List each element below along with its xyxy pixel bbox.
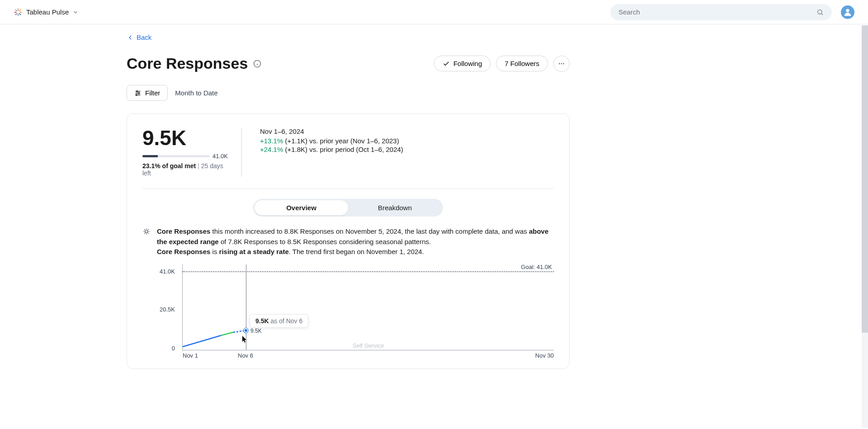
delta-vs-prior-period: +24.1% (+1.8K) vs. prior period (Oct 1–6…: [260, 146, 554, 153]
current-datapoint[interactable]: [244, 328, 248, 333]
info-icon[interactable]: [253, 60, 261, 68]
back-label: Back: [137, 33, 151, 41]
back-link[interactable]: Back: [127, 33, 151, 41]
x-tick: Nov 6: [238, 352, 253, 359]
title-actions: Following 7 Followers: [434, 56, 570, 72]
progress-fill: [142, 155, 158, 157]
header-left: Tableau Pulse: [14, 8, 79, 17]
followers-label: 7 Followers: [505, 60, 539, 67]
svg-point-22: [136, 94, 137, 95]
following-label: Following: [453, 60, 482, 67]
insight-text: Core Responses this month increased to 8…: [157, 226, 554, 257]
following-button[interactable]: Following: [434, 56, 491, 71]
brand-name[interactable]: Tableau Pulse: [26, 8, 69, 16]
progress-row: 41.0K: [142, 153, 228, 160]
delta2-rest: (+1.8K) vs. prior period (Oct 1–6, 2024): [283, 146, 403, 153]
followers-button[interactable]: 7 Followers: [496, 56, 548, 71]
filter-row: Filter Month to Date: [127, 85, 705, 101]
svg-point-8: [818, 9, 822, 14]
progress-total: 41.0K: [212, 153, 228, 160]
filter-icon: [134, 90, 142, 97]
page-title: Core Responses: [127, 55, 248, 72]
x-tick: Nov 1: [183, 352, 198, 359]
chevron-left-icon: [127, 34, 134, 41]
x-tick: Nov 30: [535, 352, 554, 359]
svg-line-30: [144, 233, 145, 234]
svg-line-5: [19, 13, 21, 14]
svg-line-32: [183, 335, 221, 347]
scrollbar-thumb[interactable]: [862, 25, 868, 333]
search-input[interactable]: [618, 8, 816, 16]
self-service-label: Self Service: [353, 342, 384, 349]
svg-line-31: [148, 229, 149, 230]
goal-met: 23.1% of goal met: [142, 162, 196, 170]
search-icon[interactable]: [816, 9, 824, 16]
avatar[interactable]: [841, 5, 854, 19]
svg-point-16: [563, 63, 564, 64]
app-header: Tableau Pulse: [0, 0, 868, 24]
metric-value: 9.5K: [142, 127, 228, 148]
delta2-pct: +24.1%: [260, 146, 283, 153]
delta1-pct: +13.1%: [260, 137, 283, 145]
tableau-pulse-logo: [14, 8, 23, 17]
svg-line-4: [15, 9, 17, 11]
delta1-rest: (+1.1K) vs. prior year (Nov 1–6, 2023): [283, 137, 399, 145]
title-left: Core Responses: [127, 55, 261, 72]
summary-section: 9.5K 41.0K 23.1% of goal met | 25 days l…: [142, 127, 554, 189]
tabs-wrap: Overview Breakdown: [142, 199, 554, 217]
summary-right: Nov 1–6, 2024 +13.1% (+1.1K) vs. prior y…: [260, 127, 554, 177]
tab-breakdown[interactable]: Breakdown: [348, 200, 442, 215]
goal-sep: |: [198, 162, 201, 170]
goal-text: 23.1% of goal met | 25 days left: [142, 162, 228, 177]
title-row: Core Responses Following 7 Followers: [127, 55, 570, 72]
tabs: Overview Breakdown: [253, 199, 443, 217]
content: Back Core Responses Following 7 Follower…: [0, 24, 705, 369]
date-range: Nov 1–6, 2024: [260, 127, 554, 135]
svg-line-28: [144, 229, 145, 230]
svg-point-20: [138, 92, 140, 94]
point-label: 9.5K: [250, 328, 262, 334]
cursor-icon: [242, 336, 248, 343]
svg-line-7: [19, 9, 21, 11]
svg-line-33: [221, 332, 233, 335]
svg-line-6: [15, 13, 17, 14]
y-tick: 0: [156, 345, 175, 352]
chart[interactable]: 41.0K 20.5K 0 Goal: 41.0K 9.5K 9.5K as o…: [156, 264, 554, 355]
insight-sentence-2: Core Responses is rising at a steady rat…: [157, 247, 554, 257]
tab-overview[interactable]: Overview: [255, 200, 348, 215]
plot-area[interactable]: Goal: 41.0K 9.5K 9.5K as of Nov 6 Nov 1 …: [182, 264, 554, 350]
check-icon: [443, 60, 450, 67]
header-right: [610, 4, 854, 20]
search-box[interactable]: [610, 4, 832, 20]
svg-point-18: [137, 90, 138, 92]
y-tick: 41.0K: [156, 268, 175, 275]
svg-point-14: [559, 63, 560, 64]
chart-tooltip: 9.5K as of Nov 6: [250, 314, 308, 328]
insight-row: Core Responses this month increased to 8…: [142, 226, 554, 257]
svg-point-23: [145, 230, 148, 233]
svg-point-10: [846, 9, 849, 12]
svg-line-29: [148, 233, 149, 234]
y-axis: 41.0K 20.5K 0: [156, 264, 179, 355]
ellipsis-icon: [558, 60, 565, 67]
insight-sentence-1: Core Responses this month increased to 8…: [157, 226, 554, 247]
y-tick: 20.5K: [156, 306, 175, 313]
period-label: Month to Date: [175, 89, 217, 97]
summary-left: 9.5K 41.0K 23.1% of goal met | 25 days l…: [142, 127, 242, 177]
svg-line-9: [821, 14, 823, 15]
progress-bar: [142, 155, 210, 157]
filter-button[interactable]: Filter: [127, 85, 168, 101]
more-actions-button[interactable]: [553, 56, 570, 72]
line-actual: [183, 264, 554, 350]
chevron-down-icon[interactable]: [72, 9, 79, 15]
metric-card: 9.5K 41.0K 23.1% of goal met | 25 days l…: [127, 113, 570, 369]
scrollbar[interactable]: [862, 25, 868, 428]
svg-point-15: [561, 63, 562, 64]
delta-vs-prior-year: +13.1% (+1.1K) vs. prior year (Nov 1–6, …: [260, 137, 554, 145]
filter-label: Filter: [145, 89, 160, 97]
insight-icon: [142, 226, 151, 257]
